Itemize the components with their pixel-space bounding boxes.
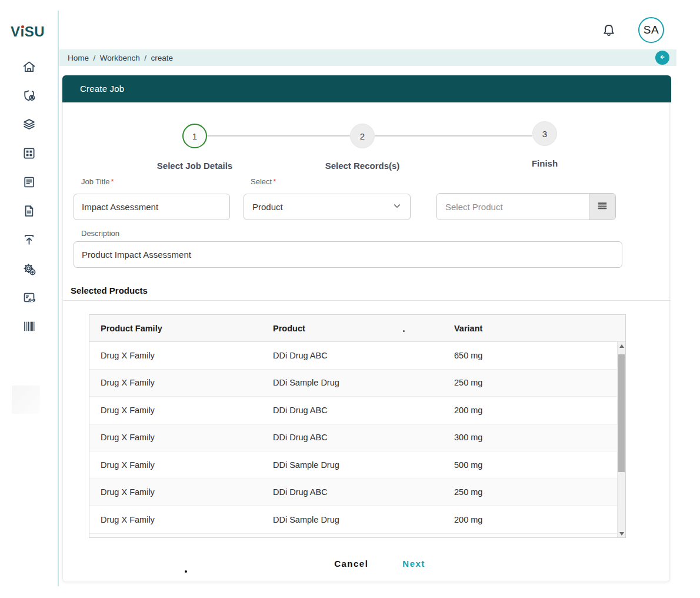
selected-products-table: Product Family Product Variant Drug X Fa… bbox=[89, 314, 626, 538]
scroll-down-arrow[interactable] bbox=[618, 530, 626, 538]
menu-lines-icon bbox=[597, 201, 608, 212]
logo-dot bbox=[21, 25, 24, 28]
sidebar-item-home[interactable] bbox=[0, 59, 58, 88]
bell-icon bbox=[601, 32, 617, 41]
required-marker: * bbox=[111, 177, 114, 186]
product-search-input[interactable] bbox=[437, 194, 589, 220]
table-row: Drug X Family DDi Sample Drug 200 mg bbox=[89, 506, 625, 534]
step-2-circle[interactable]: 2 bbox=[350, 124, 375, 148]
cell-variant: 250 mg bbox=[454, 487, 625, 497]
back-button[interactable] bbox=[655, 51, 669, 65]
sidebar-nav bbox=[0, 59, 58, 348]
breadcrumb-items: Home / Workbench / create bbox=[68, 54, 173, 62]
job-title-label: Job Title* bbox=[81, 177, 114, 186]
cell-product: DDi Sample Drug bbox=[273, 378, 454, 387]
section-divider bbox=[63, 300, 671, 301]
cell-product-family: Drug X Family bbox=[101, 378, 273, 387]
cell-product-family: Drug X Family bbox=[101, 433, 273, 442]
file-icon bbox=[22, 204, 36, 221]
sidebar-item-card-link[interactable] bbox=[0, 290, 58, 319]
artifact-dot bbox=[403, 330, 405, 332]
description-input[interactable] bbox=[74, 241, 622, 268]
sidebar-ghost-square bbox=[12, 386, 40, 414]
table-row: Drug X Family DDi Drug ABC 300 mg bbox=[89, 424, 625, 452]
sidebar-item-records[interactable] bbox=[0, 175, 58, 204]
app-logo[interactable]: VıSU bbox=[11, 24, 45, 40]
breadcrumb-separator: / bbox=[140, 54, 151, 62]
sidebar: VıSU bbox=[0, 0, 58, 598]
cell-product-family: Drug X Family bbox=[101, 406, 273, 415]
table-row: Drug X Family DDi Sample Drug 500 mg bbox=[89, 451, 625, 479]
barcode-icon bbox=[22, 319, 36, 336]
cell-variant: 200 mg bbox=[454, 406, 625, 415]
table-row: Drug X Family DDi Drug ABC 650 mg bbox=[89, 342, 625, 370]
sidebar-item-file[interactable] bbox=[0, 204, 58, 232]
gear-arrow-icon bbox=[22, 261, 36, 278]
shield-user-icon bbox=[22, 88, 36, 105]
step-3-circle[interactable]: 3 bbox=[532, 121, 557, 146]
col-variant: Variant bbox=[454, 324, 625, 333]
step-connector-1 bbox=[207, 135, 350, 137]
description-label: Description bbox=[81, 229, 119, 238]
breadcrumb-separator: / bbox=[89, 54, 100, 62]
logo-text-pre: V bbox=[11, 24, 21, 39]
sidebar-item-process-settings[interactable] bbox=[0, 261, 58, 290]
cell-product: DDi Drug ABC bbox=[273, 351, 454, 360]
product-search-group bbox=[436, 193, 616, 220]
breadcrumb-item-create[interactable]: create bbox=[151, 54, 174, 62]
sidebar-divider bbox=[58, 11, 59, 586]
sidebar-item-layers[interactable] bbox=[0, 117, 58, 146]
sidebar-item-barcode[interactable] bbox=[0, 319, 58, 348]
step-1-circle[interactable]: 1 bbox=[182, 124, 207, 148]
step-1-number: 1 bbox=[192, 131, 197, 141]
logo-text-post: SU bbox=[25, 24, 45, 39]
col-product: Product bbox=[273, 324, 454, 333]
cell-product: DDi Sample Drug bbox=[273, 460, 454, 470]
avatar[interactable]: SA bbox=[638, 17, 664, 43]
step-1-label: Select Job Details bbox=[130, 161, 259, 171]
selected-products-heading: Selected Products bbox=[71, 285, 148, 295]
table-row-partial bbox=[89, 534, 625, 539]
cell-variant: 650 mg bbox=[454, 351, 625, 360]
avatar-initials: SA bbox=[644, 24, 659, 36]
step-3-number: 3 bbox=[542, 129, 547, 139]
scrollbar-thumb[interactable] bbox=[618, 354, 625, 472]
upload-icon bbox=[22, 232, 36, 250]
breadcrumb-item-workbench[interactable]: Workbench bbox=[100, 54, 140, 62]
dashboard-grid-icon bbox=[22, 146, 36, 163]
artifact-dot bbox=[185, 570, 187, 573]
cell-product: DDi Drug ABC bbox=[273, 406, 454, 415]
breadcrumb-item-home[interactable]: Home bbox=[68, 54, 89, 62]
scroll-up-arrow[interactable] bbox=[618, 342, 626, 350]
step-2-label: Select Records(s) bbox=[298, 161, 427, 171]
cell-variant: 300 mg bbox=[454, 433, 625, 442]
cell-product-family: Drug X Family bbox=[101, 487, 273, 497]
footer-actions: Cancel Next bbox=[76, 559, 684, 569]
cancel-button[interactable]: Cancel bbox=[334, 559, 368, 569]
step-3-label: Finish bbox=[480, 158, 609, 168]
card-link-icon bbox=[22, 290, 36, 307]
job-title-input[interactable] bbox=[74, 194, 230, 220]
table-row: Drug X Family DDi Drug ABC 250 mg bbox=[89, 479, 625, 507]
sidebar-item-access[interactable] bbox=[0, 88, 58, 117]
arrow-left-icon bbox=[658, 53, 666, 63]
product-picker-button[interactable] bbox=[589, 194, 615, 220]
cell-product-family: Drug X Family bbox=[101, 515, 273, 524]
sidebar-item-dashboard[interactable] bbox=[0, 146, 58, 175]
cell-product-family: Drug X Family bbox=[101, 460, 273, 470]
record-type-label: Select* bbox=[251, 177, 276, 186]
next-button[interactable]: Next bbox=[402, 559, 425, 569]
document-lines-icon bbox=[22, 175, 36, 192]
chevron-down-icon bbox=[392, 201, 402, 212]
table-scrollbar bbox=[617, 342, 625, 538]
table-row: Drug X Family DDi Sample Drug 250 mg bbox=[89, 370, 625, 397]
step-connector-2 bbox=[375, 135, 532, 137]
cell-product: DDi Sample Drug bbox=[273, 515, 454, 524]
breadcrumb: Home / Workbench / create bbox=[59, 49, 676, 66]
cell-variant: 500 mg bbox=[454, 460, 625, 470]
sidebar-item-upload[interactable] bbox=[0, 232, 58, 261]
record-type-select[interactable]: Product bbox=[244, 194, 411, 220]
record-type-value: Product bbox=[252, 202, 283, 212]
table-row: Drug X Family DDi Drug ABC 200 mg bbox=[89, 397, 625, 424]
notifications-button[interactable] bbox=[600, 22, 618, 40]
